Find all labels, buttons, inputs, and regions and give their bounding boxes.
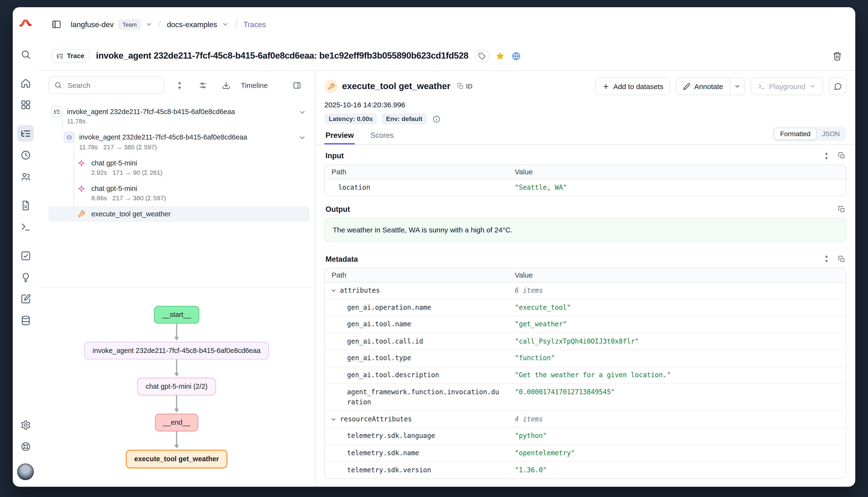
span-duration: 11.78s xyxy=(67,118,86,125)
settings-gear-icon[interactable] xyxy=(17,416,33,433)
graph-node-end[interactable]: __end__ xyxy=(155,414,198,431)
delete-trace-icon[interactable] xyxy=(833,51,842,60)
tree-row-agent-span[interactable]: invoke_agent 232de211-7fcf-45c8-b415-6af… xyxy=(48,130,309,153)
format-toggle: Formatted JSON xyxy=(773,127,846,141)
graph-node-execute-tool-selected[interactable]: execute_tool get_weather xyxy=(125,450,228,468)
span-duration: 11.78s xyxy=(79,144,98,150)
format-json-option[interactable]: JSON xyxy=(816,128,845,140)
panel-collapse-icon[interactable] xyxy=(288,77,305,94)
users-icon[interactable] xyxy=(17,168,33,185)
support-lifebuoy-icon[interactable] xyxy=(17,438,33,455)
metadata-path: telemetry.sdk.language xyxy=(325,428,508,444)
home-icon[interactable] xyxy=(17,75,33,91)
span-label: execute_tool get_weather xyxy=(91,210,170,218)
tree-row-generation-2[interactable]: chat gpt-5-mini 8.86s217 → 380 (Σ 597) xyxy=(48,181,309,203)
copy-icon[interactable] xyxy=(838,255,845,262)
insights-lightbulb-icon[interactable] xyxy=(17,269,33,285)
copy-icon[interactable] xyxy=(838,205,845,213)
tab-scores[interactable]: Scores xyxy=(369,127,395,144)
tag-icon[interactable] xyxy=(475,50,489,61)
chevron-down-icon[interactable] xyxy=(222,21,229,28)
top-header: langfuse-dev Team / docs-examples / Trac… xyxy=(38,7,855,71)
playground-terminal-icon[interactable] xyxy=(17,218,33,235)
breadcrumb-folder[interactable]: docs-examples xyxy=(167,20,217,29)
table-row: gen_ai.operation.name "execute_tool" xyxy=(325,299,846,316)
span-tokens: 217 → 380 (Σ 597) xyxy=(112,195,166,201)
table-row: gen_ai.tool.type "function" xyxy=(325,350,846,367)
metadata-value: "call_PsylzxTpQh4i0OIJ3t0x8flr" xyxy=(508,333,846,350)
graph-node-invoke-agent[interactable]: invoke_agent 232de211-7fcf-45c8-b415-6af… xyxy=(84,342,269,360)
timeline-toggle-label[interactable]: Timeline xyxy=(241,81,268,89)
langfuse-logo[interactable] xyxy=(17,15,33,31)
info-icon[interactable] xyxy=(432,115,441,123)
metadata-path: gen_ai.operation.name xyxy=(325,299,508,316)
copy-icon[interactable] xyxy=(838,152,845,159)
annotate-button[interactable]: Annotate xyxy=(676,77,730,95)
add-to-datasets-button[interactable]: Add to datasets xyxy=(595,77,671,95)
datasets-database-icon[interactable] xyxy=(17,312,33,328)
pencil-icon xyxy=(683,83,690,90)
latency-badge: Latency: 0.00s xyxy=(325,113,377,124)
generation-sparkle-icon xyxy=(76,157,87,168)
prompts-file-icon[interactable] xyxy=(17,197,33,213)
breadcrumb-project[interactable]: langfuse-dev xyxy=(71,20,114,29)
public-globe-icon[interactable] xyxy=(512,51,521,60)
graph-node-chat[interactable]: chat gpt-5-mini (2/2) xyxy=(137,378,216,395)
bookmark-star-icon[interactable] xyxy=(496,51,505,60)
metadata-path: gen_ai.tool.description xyxy=(325,367,508,383)
sidebar-toggle-icon[interactable] xyxy=(52,19,61,29)
chevron-down-icon[interactable] xyxy=(146,21,152,28)
tree-search[interactable] xyxy=(48,76,164,94)
observation-badges: Latency: 0.00s Env: default xyxy=(316,109,855,125)
traces-icon[interactable] xyxy=(17,125,33,142)
chevron-down-icon[interactable] xyxy=(330,288,336,294)
comments-button[interactable] xyxy=(829,77,846,95)
table-row: gen_ai.tool.call.id "call_PsylzxTpQh4i0O… xyxy=(325,333,846,350)
expand-rows-icon[interactable] xyxy=(823,255,830,262)
annotation-pen-icon[interactable] xyxy=(17,290,33,307)
graph-arrow xyxy=(176,359,177,373)
chevron-down-icon[interactable] xyxy=(299,109,306,116)
evals-check-icon[interactable] xyxy=(17,247,33,264)
table-row: telemetry.sdk.language "python" xyxy=(325,428,846,445)
user-avatar[interactable] xyxy=(17,464,33,480)
detail-scroll-area[interactable]: Input Path Value location " xyxy=(316,145,855,487)
input-table-header: Path Value xyxy=(325,165,846,179)
graph-arrow xyxy=(176,324,177,337)
metadata-value: "Get the weather for a given location." xyxy=(508,367,846,383)
annotate-split-button: Annotate xyxy=(676,77,745,95)
chevron-down-icon[interactable] xyxy=(330,416,336,422)
chat-bubble-icon xyxy=(833,82,842,90)
format-formatted-option[interactable]: Formatted xyxy=(774,128,816,140)
generation-sparkle-icon xyxy=(76,183,87,194)
output-section-header: Output xyxy=(325,196,846,218)
dashboard-icon[interactable] xyxy=(17,96,33,113)
playground-button[interactable]: Playground xyxy=(751,77,823,95)
trace-badge: Trace xyxy=(52,49,89,62)
span-label: chat gpt-5-mini xyxy=(91,159,137,167)
collapse-all-icon[interactable] xyxy=(171,77,188,94)
tree-row-tool-selected[interactable]: execute_tool get_weather xyxy=(48,206,309,222)
copy-id-button[interactable]: ID xyxy=(457,82,473,90)
breadcrumb-traces-link[interactable]: Traces xyxy=(244,20,266,29)
trace-title-bar: Trace invoke_agent 232de211-7fcf-45c8-b4… xyxy=(38,42,855,70)
download-icon[interactable] xyxy=(218,77,234,94)
chevron-down-icon[interactable] xyxy=(299,134,306,142)
metadata-value: "1.36.0" xyxy=(508,462,846,478)
table-row-group[interactable]: resourceAttributes 4 items xyxy=(325,411,846,428)
icon-sidebar xyxy=(13,7,38,487)
search-icon[interactable] xyxy=(17,46,33,62)
sessions-clock-icon[interactable] xyxy=(17,146,33,163)
annotate-dropdown-caret[interactable] xyxy=(730,77,745,95)
input-table: Path Value location "Seattle, WA" xyxy=(325,164,846,196)
span-duration: 2.92s xyxy=(91,169,107,176)
graph-node-start[interactable]: __start__ xyxy=(154,306,199,324)
tree-row-generation-1[interactable]: chat gpt-5-mini 2.92s171 → 90 (Σ 261) xyxy=(48,155,309,178)
breadcrumb-separator: / xyxy=(234,19,238,29)
tab-preview[interactable]: Preview xyxy=(325,127,355,144)
tree-row-root-agent[interactable]: invoke_agent 232de211-7fcf-45c8-b415-6af… xyxy=(48,104,309,127)
expand-rows-icon[interactable] xyxy=(823,152,830,159)
view-options-icon[interactable] xyxy=(194,77,211,94)
tree-search-input[interactable] xyxy=(66,81,152,90)
table-row-group[interactable]: attributes 6 items xyxy=(325,282,846,299)
